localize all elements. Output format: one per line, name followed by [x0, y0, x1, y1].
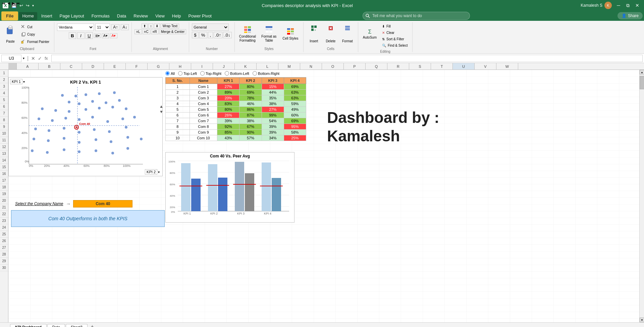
row-header-4[interactable]: 4 — [0, 90, 8, 97]
radio-top-right[interactable]: Top-Right — [200, 71, 221, 76]
restore-btn[interactable]: ⧉ — [624, 1, 632, 9]
close-btn[interactable]: ✕ — [633, 1, 641, 9]
row-header-12[interactable]: 12 — [0, 144, 8, 150]
align-right-btn[interactable]: ≡R — [151, 29, 159, 34]
insert-function-btn[interactable]: fx — [45, 56, 48, 61]
autosum-btn[interactable]: Σ AutoSum — [361, 24, 379, 44]
row-header-16[interactable]: 16 — [0, 171, 8, 177]
radio-bottom-left[interactable]: Bottom-Left — [225, 71, 249, 76]
clear-btn[interactable]: ✕ Clear — [380, 30, 410, 36]
row-header-26[interactable]: 26 — [0, 238, 8, 244]
company-name-input[interactable] — [73, 200, 132, 207]
sheet-tab-data[interactable]: Data — [47, 324, 65, 327]
row-header-27[interactable]: 27 — [0, 244, 8, 251]
table-scroll-down-btn[interactable]: ▼ — [159, 109, 163, 114]
row-header-7[interactable]: 7 — [0, 110, 8, 117]
row-header-11[interactable]: 11 — [0, 137, 8, 144]
sheet-nav-first[interactable]: ⏮ — [1, 1, 6, 6]
menu-home[interactable]: Home — [19, 12, 37, 20]
menu-review[interactable]: Review — [130, 12, 151, 20]
italic-btn[interactable]: I — [77, 32, 85, 39]
decrease-decimal-btn[interactable]: .0↓ — [223, 32, 232, 38]
scroll-thumb[interactable] — [640, 76, 644, 89]
col-header-N[interactable]: N — [300, 63, 322, 69]
menu-page-layout[interactable]: Page Layout — [56, 12, 88, 20]
row-header-8[interactable]: 8 — [0, 117, 8, 124]
menu-formulas[interactable]: Formulas — [88, 12, 113, 20]
col-header-K[interactable]: K — [235, 63, 257, 69]
col-header-B[interactable]: B — [39, 63, 60, 69]
row-header-29[interactable]: 29 — [0, 258, 8, 265]
menu-power-pivot[interactable]: Power Pivot — [185, 12, 215, 20]
sheet-tab-kpi[interactable]: KPI Dashboard — [10, 324, 47, 327]
col-header-G[interactable]: G — [148, 63, 169, 69]
col-header-U[interactable]: U — [453, 63, 475, 69]
row-header-22[interactable]: 22 — [0, 211, 8, 218]
grid-area[interactable]: KPI 1 ▾ KPI 2 Vs. KPI 1 100% 80% 60% 40%… — [8, 70, 644, 322]
font-color-btn[interactable]: A▾ — [110, 33, 117, 38]
align-center-btn[interactable]: ≡C — [143, 29, 150, 34]
formula-bar-input[interactable] — [51, 55, 643, 62]
paste-button[interactable]: Paste — [3, 24, 18, 45]
row-header-1[interactable]: 1 — [0, 70, 8, 77]
confirm-formula-btn[interactable]: ✓ — [38, 56, 42, 61]
comma-btn[interactable]: , — [208, 32, 213, 38]
row-header-14[interactable]: 14 — [0, 157, 8, 164]
share-btn[interactable]: 👤 Share — [618, 12, 643, 19]
cell-ref-dropdown[interactable]: ▾ — [23, 56, 24, 60]
sheet-nav-last[interactable]: ⏭ — [16, 1, 21, 6]
menu-help[interactable]: Help — [169, 12, 184, 20]
row-header-21[interactable]: 21 — [0, 204, 8, 211]
bold-btn[interactable]: B — [69, 32, 76, 39]
row-header-10[interactable]: 10 — [0, 130, 8, 137]
font-size-select[interactable]: 11 — [95, 24, 110, 31]
border-btn[interactable]: ⊞▾ — [94, 34, 101, 38]
cell-reference-input[interactable] — [1, 55, 21, 62]
col-header-L[interactable]: L — [257, 63, 278, 69]
search-input[interactable] — [363, 12, 470, 20]
table-scroll-up-btn[interactable]: ▲ — [159, 104, 163, 109]
font-family-select[interactable]: Verdana — [57, 24, 94, 31]
fill-btn[interactable]: ⬇ Fill — [380, 24, 410, 29]
font-decrease-btn[interactable]: A↓ — [121, 24, 129, 30]
col-header-F[interactable]: F — [126, 63, 148, 69]
fill-color-btn[interactable]: A▾ — [102, 33, 109, 38]
col-header-H[interactable]: H — [169, 63, 191, 69]
row-header-19[interactable]: 19 — [0, 191, 8, 197]
merge-center-btn[interactable]: Merge & Center — [159, 29, 186, 34]
kpi-y-dropdown-btn[interactable]: ▾ — [23, 80, 25, 84]
radio-all[interactable]: All — [165, 71, 175, 76]
row-header-20[interactable]: 20 — [0, 197, 8, 204]
row-header-13[interactable]: 13 — [0, 150, 8, 157]
col-header-M[interactable]: M — [278, 63, 300, 69]
radio-bottom-right[interactable]: Bottom-Right — [253, 71, 279, 76]
font-increase-btn[interactable]: A↑ — [111, 24, 119, 30]
wrap-text-btn[interactable]: Wrap Text — [161, 24, 179, 29]
align-top-btn[interactable]: ⬆ — [142, 24, 148, 29]
format-as-table-btn[interactable]: Format as Table — [259, 24, 279, 44]
col-header-Q[interactable]: Q — [366, 63, 387, 69]
row-header-25[interactable]: 25 — [0, 231, 8, 238]
scroll-up-arrow[interactable]: ▲ — [640, 70, 644, 75]
delete-cells-btn[interactable]: Delete — [323, 24, 338, 44]
scroll-down-arrow[interactable]: ▼ — [640, 318, 644, 322]
row-header-30[interactable]: 30 — [0, 265, 8, 271]
copy-button[interactable]: Copy — [19, 31, 51, 38]
col-header-I[interactable]: I — [191, 63, 213, 69]
cut-button[interactable]: Cut — [19, 24, 51, 30]
kpi-x-dropdown-btn[interactable]: ▾ — [158, 170, 160, 174]
select-all-btn[interactable] — [8, 63, 17, 69]
menu-file[interactable]: File — [1, 11, 18, 20]
col-header-D[interactable]: D — [82, 63, 104, 69]
insert-cells-btn[interactable]: + Insert — [306, 24, 322, 44]
row-header-15[interactable]: 15 — [0, 164, 8, 171]
number-format-select[interactable]: General — [192, 24, 229, 31]
increase-decimal-btn[interactable]: .0↑ — [214, 32, 222, 38]
format-cells-btn[interactable]: Format — [340, 24, 355, 44]
align-bottom-btn[interactable]: ⬇ — [154, 24, 160, 29]
find-select-btn[interactable]: 🔍 Find & Select — [380, 43, 410, 48]
menu-data[interactable]: Data — [114, 12, 129, 20]
col-header-O[interactable]: O — [322, 63, 344, 69]
col-header-T[interactable]: T — [431, 63, 453, 69]
col-header-A[interactable]: A — [17, 63, 39, 69]
